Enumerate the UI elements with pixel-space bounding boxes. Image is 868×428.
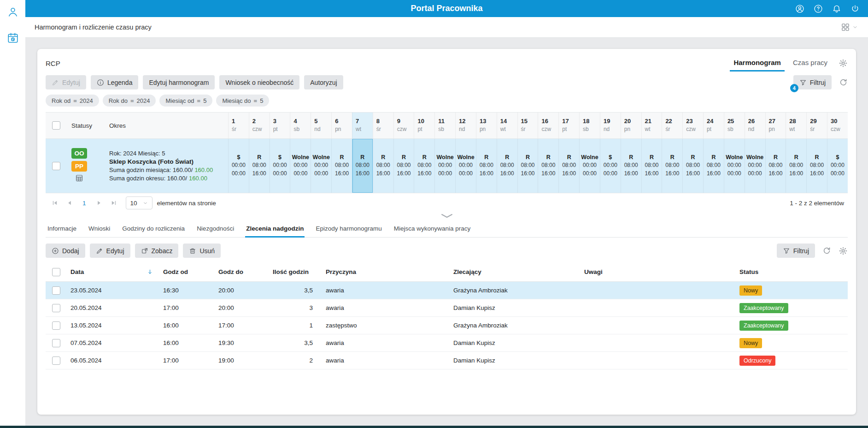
user-account-icon[interactable] <box>795 4 804 13</box>
layout-grid-button[interactable] <box>841 23 858 32</box>
day-column-header[interactable]: 28 wt <box>786 113 806 138</box>
schedule-day-cell[interactable]: $ 00:00 00:00 <box>827 139 848 193</box>
edit-button[interactable]: Edytuj <box>46 75 86 89</box>
schedule-calendar-icon[interactable] <box>5 31 21 45</box>
table-row[interactable]: 23.05.2024 16:30 20:00 3,5 awaria Grażyn… <box>46 282 848 299</box>
day-column-header[interactable]: 4 sb <box>290 113 311 138</box>
page-number[interactable]: 1 <box>77 200 92 207</box>
schedule-day-cell[interactable]: Wolne 00:00 00:00 <box>455 139 476 193</box>
filter-chip[interactable]: Miesiąc od = 5 <box>159 95 212 107</box>
schedule-day-cell[interactable]: R 08:00 16:00 <box>621 139 641 193</box>
schedule-day-cell[interactable]: R 08:00 16:00 <box>662 139 682 193</box>
filter-chip[interactable]: Rok do = 2024 <box>103 95 156 107</box>
day-column-header[interactable]: 21 wt <box>641 113 662 138</box>
day-column-header[interactable]: 8 śr <box>373 113 393 138</box>
detail-tab[interactable]: Godziny do rozliczenia <box>121 220 186 238</box>
calendar-grid-icon[interactable] <box>75 174 83 184</box>
detail-tab[interactable]: Wnioski <box>88 220 111 238</box>
schedule-settings-button[interactable] <box>839 59 848 68</box>
schedule-day-cell[interactable]: R 08:00 16:00 <box>249 139 270 193</box>
row-checkbox[interactable] <box>52 162 60 170</box>
day-column-header[interactable]: 14 wt <box>497 113 517 138</box>
day-column-header[interactable]: 17 pt <box>558 113 579 138</box>
detail-tab[interactable]: Niezgodności <box>196 220 235 238</box>
schedule-day-cell[interactable]: $ 00:00 00:00 <box>270 139 290 193</box>
schedule-day-cell[interactable]: R 08:00 16:00 <box>476 139 497 193</box>
day-column-header[interactable]: 3 pt <box>270 113 290 138</box>
day-column-header[interactable]: 16 czw <box>538 113 558 138</box>
day-column-header[interactable]: 10 pt <box>414 113 434 138</box>
authorize-button[interactable]: Autoryzuj <box>304 75 343 89</box>
row-checkbox[interactable] <box>52 357 60 365</box>
day-column-header[interactable]: 12 nd <box>455 113 476 138</box>
day-column-header[interactable]: 11 sb <box>434 113 455 138</box>
previous-page-button[interactable] <box>62 200 77 206</box>
schedule-day-cell[interactable]: R 08:00 16:00 <box>558 139 579 193</box>
schedule-data-row[interactable]: OO PP Rok: 2024 Miesiąc: 5 Sklep Koszyck… <box>46 139 848 193</box>
filter-chip[interactable]: Rok od = 2024 <box>46 95 99 107</box>
schedule-day-cell[interactable]: R 08:00 16:00 <box>393 139 414 193</box>
table-row[interactable]: 06.05.2024 17:00 19:00 2 awaria Damian K… <box>46 352 848 369</box>
schedule-day-cell[interactable]: Wolne 00:00 00:00 <box>434 139 455 193</box>
row-checkbox[interactable] <box>52 321 60 330</box>
tab-czas-pracy[interactable]: Czas pracy <box>789 55 831 71</box>
first-page-button[interactable] <box>47 200 62 206</box>
schedule-day-cell[interactable]: R 08:00 16:00 <box>641 139 662 193</box>
day-column-header[interactable]: 9 czw <box>393 113 414 138</box>
day-column-header[interactable]: 6 pn <box>331 113 352 138</box>
detail-filter-button[interactable]: Filtruj <box>777 244 815 258</box>
add-button[interactable]: Dodaj <box>46 244 85 258</box>
column-header-status[interactable]: Status <box>736 268 848 275</box>
day-column-header[interactable]: 23 czw <box>682 113 703 138</box>
next-page-button[interactable] <box>92 200 106 206</box>
schedule-day-cell[interactable]: Wolne 00:00 00:00 <box>290 139 311 193</box>
day-column-header[interactable]: 26 nd <box>745 113 765 138</box>
schedule-day-cell[interactable]: $ 00:00 00:00 <box>228 139 249 193</box>
sort-descending-icon[interactable] <box>147 269 153 275</box>
day-column-header[interactable]: 29 śr <box>806 113 827 138</box>
schedule-day-cell[interactable]: Wolne 00:00 00:00 <box>579 139 600 193</box>
schedule-day-cell[interactable]: R 08:00 16:00 <box>538 139 558 193</box>
table-row[interactable]: 07.05.2024 16:00 19:30 3,5 awaria Damian… <box>46 334 848 352</box>
delete-button[interactable]: Usuń <box>183 244 221 258</box>
column-header-from[interactable]: Godz od <box>159 268 215 275</box>
day-column-header[interactable]: 24 pt <box>703 113 724 138</box>
column-header-date[interactable]: Data <box>67 268 159 275</box>
table-row[interactable]: 20.05.2024 17:00 20:00 3 awaria Damian K… <box>46 299 848 317</box>
help-icon[interactable] <box>814 4 823 13</box>
day-column-header[interactable]: 18 sb <box>579 113 600 138</box>
day-column-header[interactable]: 19 nd <box>600 113 621 138</box>
schedule-day-cell[interactable]: R 08:00 16:00 <box>414 139 434 193</box>
day-column-header[interactable]: 20 pn <box>621 113 641 138</box>
schedule-day-cell[interactable]: R 08:00 16:00 <box>331 139 352 193</box>
row-checkbox[interactable] <box>52 304 60 312</box>
collapse-panel-handle[interactable] <box>46 213 848 220</box>
employee-icon[interactable] <box>5 5 21 19</box>
schedule-day-cell[interactable]: R 08:00 16:00 <box>497 139 517 193</box>
view-button[interactable]: Zobacz <box>135 244 179 258</box>
page-size-select[interactable]: 10 <box>126 196 152 209</box>
schedule-day-cell[interactable]: R 08:00 16:00 <box>786 139 806 193</box>
absence-request-button[interactable]: Wniosek o nieobecność <box>219 75 299 89</box>
schedule-day-cell[interactable]: R 08:00 16:00 <box>703 139 724 193</box>
edit-row-button[interactable]: Edytuj <box>90 244 130 258</box>
detail-tab[interactable]: Informacje <box>47 220 77 238</box>
day-column-header[interactable]: 25 sb <box>724 113 745 138</box>
logout-power-icon[interactable] <box>850 4 860 13</box>
schedule-day-cell[interactable]: R 08:00 16:00 <box>517 139 538 193</box>
filter-chip[interactable]: Miesiąc do = 5 <box>216 95 269 107</box>
day-column-header[interactable]: 5 nd <box>311 113 331 138</box>
schedule-day-cell[interactable]: R 08:00 16:00 <box>806 139 827 193</box>
day-column-header[interactable]: 2 czw <box>249 113 270 138</box>
column-header-orderer[interactable]: Zlecający <box>450 268 581 275</box>
row-checkbox[interactable] <box>52 286 60 295</box>
schedule-refresh-button[interactable] <box>839 78 848 87</box>
column-header-hours[interactable]: Ilość godzin <box>269 268 322 275</box>
day-column-header[interactable]: 30 czw <box>827 113 848 138</box>
day-column-header[interactable]: 27 pn <box>765 113 786 138</box>
day-column-header[interactable]: 7 wt <box>352 113 373 138</box>
day-column-header[interactable]: 13 pn <box>476 113 497 138</box>
last-page-button[interactable] <box>106 200 121 206</box>
select-all-checkbox[interactable] <box>52 121 60 130</box>
day-column-header[interactable]: 1 śr <box>228 113 249 138</box>
